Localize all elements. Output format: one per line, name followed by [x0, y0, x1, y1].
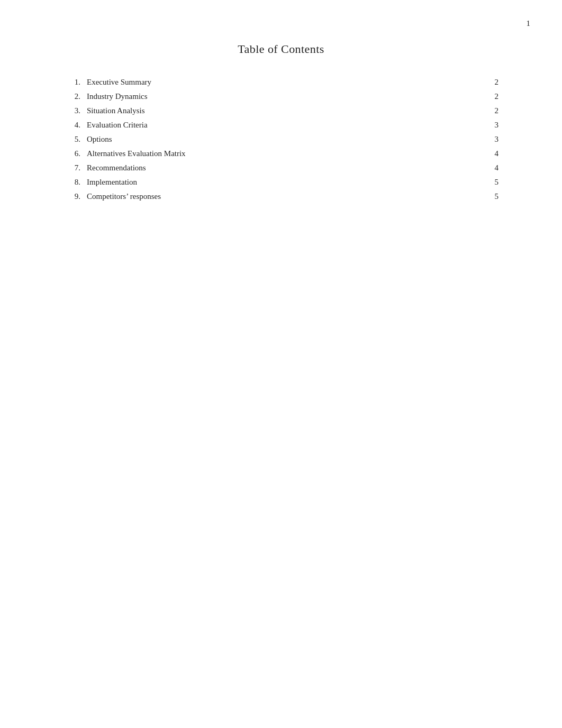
toc-item-label: Industry Dynamics: [87, 92, 148, 101]
toc-item-label: Situation Analysis: [87, 106, 145, 115]
toc-item: 2.Industry Dynamics2: [64, 89, 498, 104]
toc-item: 3.Situation Analysis2: [64, 104, 498, 118]
toc-title: Table of Contents: [64, 42, 498, 56]
toc-item: 9.Competitors’ responses5: [64, 189, 498, 204]
toc-item-page: 4: [488, 163, 498, 172]
toc-item-number: 9.: [64, 192, 80, 201]
toc-item-number: 4.: [64, 121, 80, 130]
toc-item: 7.Recommendations4: [64, 161, 498, 175]
toc-item: 5.Options3: [64, 132, 498, 147]
toc-item-label: Executive Summary: [87, 78, 151, 87]
toc-item: 6.Alternatives Evaluation Matrix4: [64, 147, 498, 161]
toc-item-left: 8.Implementation: [64, 178, 137, 187]
toc-item-left: 7.Recommendations: [64, 163, 146, 172]
toc-item-label: Recommendations: [87, 163, 146, 172]
toc-item-label: Implementation: [87, 178, 137, 187]
toc-item-page: 2: [488, 92, 498, 101]
toc-list: 1.Executive Summary22.Industry Dynamics2…: [64, 75, 498, 204]
toc-item-left: 3.Situation Analysis: [64, 106, 145, 115]
page: 1 Table of Contents 1.Executive Summary2…: [0, 0, 562, 728]
toc-item-number: 3.: [64, 106, 80, 115]
toc-item-left: 1.Executive Summary: [64, 78, 151, 87]
toc-item-label: Evaluation Criteria: [87, 121, 148, 130]
toc-item-left: 5.Options: [64, 135, 112, 144]
toc-item-number: 1.: [64, 78, 80, 87]
toc-item-number: 2.: [64, 92, 80, 101]
page-number: 1: [527, 19, 531, 28]
toc-item-label: Options: [87, 135, 112, 144]
toc-item-page: 4: [488, 149, 498, 158]
toc-item: 4.Evaluation Criteria3: [64, 118, 498, 132]
toc-item-label: Alternatives Evaluation Matrix: [87, 149, 186, 158]
toc-item-page: 2: [488, 78, 498, 87]
toc-item: 8.Implementation5: [64, 175, 498, 189]
toc-item-label: Competitors’ responses: [87, 192, 161, 201]
toc-item-number: 6.: [64, 149, 80, 158]
toc-item-left: 4.Evaluation Criteria: [64, 121, 148, 130]
toc-item-number: 5.: [64, 135, 80, 144]
toc-item-page: 5: [488, 178, 498, 187]
toc-item-left: 2.Industry Dynamics: [64, 92, 148, 101]
toc-item-number: 8.: [64, 178, 80, 187]
toc-item-page: 2: [488, 106, 498, 115]
toc-item-page: 5: [488, 192, 498, 201]
toc-item-left: 6.Alternatives Evaluation Matrix: [64, 149, 186, 158]
toc-item-page: 3: [488, 135, 498, 144]
toc-item: 1.Executive Summary2: [64, 75, 498, 89]
toc-item-page: 3: [488, 121, 498, 130]
toc-item-left: 9.Competitors’ responses: [64, 192, 161, 201]
toc-item-number: 7.: [64, 163, 80, 172]
